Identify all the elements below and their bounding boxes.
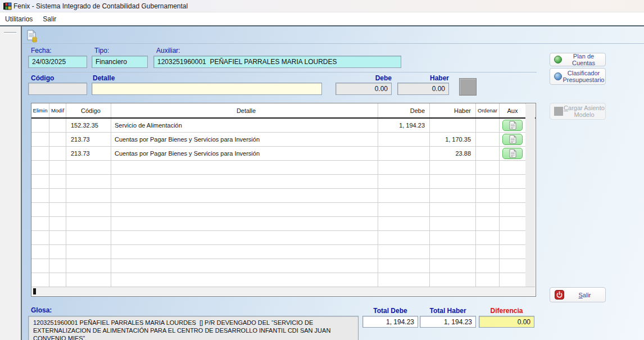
grid-cell-haber[interactable]: 1, 170.35 <box>430 133 476 147</box>
scrollbar-thumb[interactable] <box>33 288 36 294</box>
grid-cell-modif[interactable] <box>49 133 66 147</box>
aux-button[interactable] <box>502 134 523 145</box>
grid-cell-elimin[interactable] <box>31 133 49 147</box>
grid-row <box>31 217 536 231</box>
grid-header-row: EliminModifCódigoDetalleDebeHaberOrdenar… <box>31 103 536 119</box>
green-sphere-icon <box>554 56 562 64</box>
grid-cell-codigo <box>66 231 111 245</box>
grid-cell-debe[interactable] <box>378 147 430 161</box>
plan-de-cuentas-label: Plan de Cuentas <box>562 53 605 66</box>
grid-vertical-scrollbar[interactable] <box>525 104 535 287</box>
grid-header-debe: Debe <box>378 103 430 117</box>
grid-cell-codigo[interactable]: 213.73 <box>66 133 111 147</box>
grid-cell-haber <box>430 245 476 259</box>
grid-cell-haber <box>430 203 476 217</box>
menu-item-salir[interactable]: Salir <box>38 13 61 25</box>
salir-label: Salir <box>564 292 605 298</box>
grid-body: 152.32.35Servicio de Alimentación1, 194.… <box>31 119 536 287</box>
grid-cell-detalle[interactable]: Cuentas por Pagar Bienes y Servicios par… <box>111 147 378 161</box>
grid-row <box>31 203 536 217</box>
grid-cell-modif[interactable] <box>49 147 66 161</box>
grid-cell-ordenar[interactable] <box>476 133 500 147</box>
grid-header-ordenar: Ordenar <box>476 103 500 117</box>
grid-cell-debe <box>378 161 430 175</box>
grid-cell-elimin[interactable] <box>31 147 49 161</box>
auxiliar-input[interactable]: 1203251960001 PEÑAFIEL PARRALES MARIA LO… <box>153 56 401 68</box>
grid-cell-codigo <box>66 161 111 175</box>
grid-cell-haber[interactable] <box>430 119 476 133</box>
grid-cell-haber <box>430 161 476 175</box>
gray-box-icon <box>554 107 563 116</box>
fecha-input[interactable]: 24/03/2025 <box>28 56 87 68</box>
splitter-grip[interactable] <box>4 32 16 34</box>
grid-cell-ordenar <box>476 217 500 231</box>
grid-cell-haber <box>430 189 476 203</box>
grid-cell-aux[interactable] <box>500 147 526 161</box>
codigo-input[interactable] <box>28 83 87 95</box>
cargar-asiento-modelo-button: Cargar AsientoModelo <box>550 103 606 120</box>
grid-cell-codigo <box>66 175 111 189</box>
grid-cell-elimin <box>31 259 49 273</box>
grid-cell-ordenar[interactable] <box>476 147 500 161</box>
grid-cell-detalle <box>111 189 378 203</box>
plan-de-cuentas-button[interactable]: Plan de Cuentas <box>550 53 606 66</box>
grid-header-detalle: Detalle <box>111 103 378 117</box>
add-entry-button[interactable] <box>459 78 477 96</box>
grid-cell-modif <box>49 203 66 217</box>
grid-cell-debe <box>378 189 430 203</box>
total-debe-value: 1, 194.23 <box>362 316 418 328</box>
detalle-input[interactable] <box>92 83 322 95</box>
salir-button[interactable]: Salir <box>550 287 606 302</box>
grid-header-elimin: Elimin <box>31 103 49 117</box>
haber-label: Haber <box>397 74 449 82</box>
tipo-input[interactable]: Financiero <box>92 56 148 68</box>
grid-cell-ordenar <box>476 189 500 203</box>
grid-cell-detalle <box>111 259 378 273</box>
grid-cell-elimin <box>31 217 49 231</box>
journal-document-icon[interactable] <box>26 30 38 43</box>
grid-cell-codigo <box>66 217 111 231</box>
grid-cell-codigo[interactable]: 152.32.35 <box>66 119 111 133</box>
grid-cell-haber <box>430 175 476 189</box>
diferencia-label: Diferencia <box>479 307 534 315</box>
grid-cell-debe[interactable] <box>378 133 430 147</box>
grid-cell-aux[interactable] <box>500 119 526 133</box>
codigo-label: Código <box>31 74 54 82</box>
grid-header-haber: Haber <box>430 103 476 117</box>
grid-cell-modif[interactable] <box>49 119 66 133</box>
grid-cell-elimin[interactable] <box>31 119 49 133</box>
grid-cell-detalle <box>111 273 378 287</box>
aux-document-icon <box>509 135 516 144</box>
menu-item-utilitarios[interactable]: Utilitarios <box>0 13 38 25</box>
aux-document-icon <box>509 121 516 130</box>
debe-label: Debe <box>335 74 392 82</box>
grid-cell-elimin <box>31 231 49 245</box>
grid-cell-ordenar[interactable] <box>476 119 500 133</box>
grid-horizontal-scrollbar[interactable] <box>32 287 535 296</box>
grid-cell-aux[interactable] <box>500 133 526 147</box>
grid-header-aux: Aux <box>500 103 526 117</box>
grid-cell-modif <box>49 189 66 203</box>
grid-cell-detalle <box>111 203 378 217</box>
auxiliar-label: Auxiliar: <box>156 47 180 55</box>
grid-cell-ordenar <box>476 203 500 217</box>
grid-cell-detalle[interactable]: Servicio de Alimentación <box>111 119 378 133</box>
grid-cell-ordenar <box>476 231 500 245</box>
grid-cell-elimin <box>31 175 49 189</box>
grid-cell-modif <box>49 259 66 273</box>
grid-cell-haber[interactable]: 23.88 <box>430 147 476 161</box>
aux-button[interactable] <box>502 148 523 159</box>
grid-cell-detalle[interactable]: Cuentas por Pagar Bienes y Servicios par… <box>111 133 378 147</box>
window-title: Fenix - Sistema Integrado de Contabilida… <box>13 2 188 10</box>
clasificador-presupuestario-button[interactable]: ClasificadorPresupuestario <box>550 68 606 85</box>
grid-cell-debe <box>378 217 430 231</box>
grid-cell-debe[interactable]: 1, 194.23 <box>378 119 430 133</box>
grid-cell-codigo <box>66 203 111 217</box>
grid-cell-modif <box>49 175 66 189</box>
haber-input[interactable]: 0.00 <box>397 83 449 95</box>
grid-cell-codigo[interactable]: 213.73 <box>66 147 111 161</box>
debe-input[interactable]: 0.00 <box>335 83 392 95</box>
glosa-textarea[interactable]: 1203251960001 PEÑAFIEL PARRALES MARIA LO… <box>28 316 359 340</box>
grid-cell-aux <box>500 259 526 273</box>
aux-button[interactable] <box>502 120 523 131</box>
